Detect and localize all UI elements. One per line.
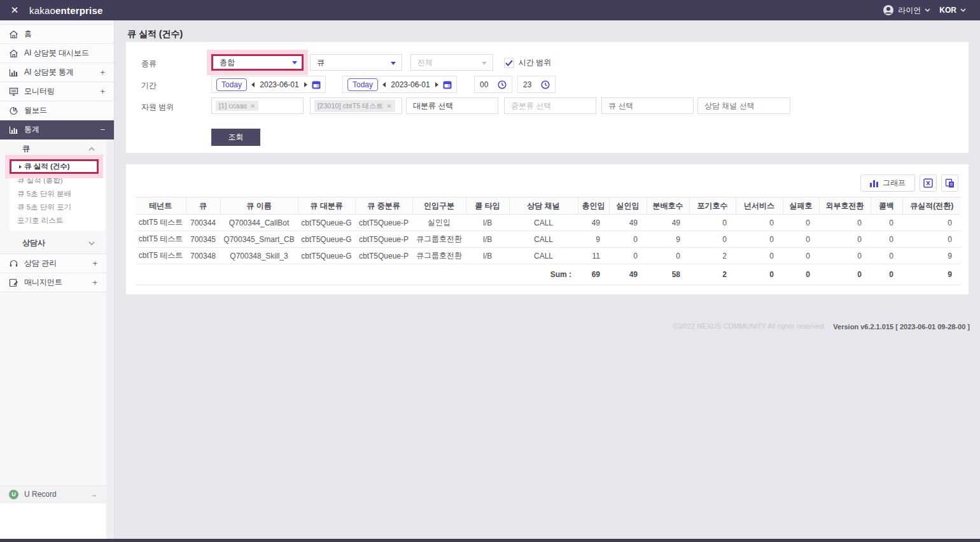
sidebar-group-agent[interactable]: 상담사 [0,234,106,252]
tenant-field[interactable]: [1] ccaas✕ [211,97,304,114]
sidebar-item-label: 매니지먼트 [24,277,62,288]
sidebar-item-counsel-mgmt[interactable]: 상담 관리 + [0,254,106,273]
cell: cbtT5Queue-G [298,215,355,231]
center-field[interactable]: [23010] cbtT5 테스트✕ [310,97,402,114]
submenu-item-queue-5s-dist[interactable]: 큐 5초 단위 분배 [10,187,105,201]
user-avatar-icon [883,4,894,16]
copy-icon [945,178,955,188]
expand-plus-icon[interactable]: + [100,68,105,77]
scope-select-value: 전체 [417,57,433,68]
cell: 49 [578,215,609,231]
copy-button[interactable] [941,175,958,192]
table-row[interactable]: cbtT5 테스트700345Q700345_Smart_CBcbtT5Queu… [136,231,961,248]
time-range-checkbox[interactable]: 시간 범위 [504,57,551,68]
today-button[interactable]: Today [347,78,378,91]
monitor-icon [9,87,24,96]
sidebar-item-stats[interactable]: 통계 − [0,120,114,139]
sum-cell: 0 [783,264,819,285]
language-menu[interactable]: KOR [939,6,966,15]
col-header: 콜 타입 [466,197,509,215]
prev-day-icon[interactable] [382,82,386,87]
type-select[interactable]: 총합 [211,54,304,71]
expand-plus-icon[interactable]: + [100,87,105,96]
table-row[interactable]: cbtT5 테스트700344Q700344_CallBotcbtT5Queue… [136,215,961,231]
cell: 0 [609,248,647,264]
submenu-item-queue-5s-abandon[interactable]: 큐 5초 단위 포기 [10,201,105,214]
remove-chip-icon[interactable]: ✕ [250,103,255,110]
search-button[interactable]: 조회 [211,129,260,146]
cell: cbtT5Queue-P [355,215,412,231]
cell: 700345 [186,231,220,248]
remove-chip-icon[interactable]: ✕ [386,103,391,110]
table-panel: 그래프 테넌트 큐 큐 이름 큐 대분류 큐 중분류 인입구분 [126,164,969,294]
cell: 49 [647,215,689,231]
col-header: 테넌트 [136,197,186,215]
category-select-field[interactable]: 대분류 선택 [406,97,498,114]
start-date-value[interactable]: 2023-06-01 [259,80,300,89]
col-header: 큐 이름 [220,197,298,215]
cell: 0 [871,231,902,248]
calendar-icon[interactable] [312,80,321,89]
sidebar-bottom-space [0,503,106,539]
queue-select-field[interactable]: 큐 선택 [601,97,694,114]
sidebar-item-u-record[interactable]: U U Record → [0,485,106,503]
checkbox-checked-icon [504,58,514,68]
app-logo[interactable]: kakaoenterprise [29,5,103,16]
sidebar-item-ai-stats[interactable]: AI 상담봇 통계 + [0,63,114,82]
cell: 0 [689,215,736,231]
cell: 0 [902,215,961,231]
cell: 0 [647,248,689,264]
cell: 2 [689,248,736,264]
submenu-item-abandon-list[interactable]: 포기호 리스트 [10,214,105,227]
today-button[interactable]: Today [216,78,247,91]
channel-select-field[interactable]: 상담 채널 선택 [697,97,790,114]
cell: 0 [736,215,783,231]
sum-cell: 0 [819,264,871,285]
bar-graph-icon [870,180,878,187]
table-row[interactable]: cbtT5 테스트700348Q700348_Skill_3cbtT5Queue… [136,248,961,264]
sidebar-item-ai-dashboard[interactable]: AI 상담봇 대시보드 [0,44,114,63]
expand-plus-icon[interactable]: + [92,278,97,287]
cell: Q700344_CallBot [220,215,298,231]
cell: cbtT5Queue-G [298,248,355,264]
next-day-icon[interactable] [435,82,438,87]
expand-plus-icon[interactable]: + [92,259,97,268]
sidebar-item-management[interactable]: 매니지먼트 + [0,273,106,292]
excel-export-button[interactable] [920,175,937,192]
sidebar-item-home[interactable]: 홈 [0,25,114,44]
target-select[interactable]: 큐 [310,54,402,71]
cell: 0 [819,248,871,264]
end-date-value[interactable]: 2023-06-01 [390,80,431,89]
prev-day-icon[interactable] [251,82,255,87]
subcategory-select-field: 중분류 선택 [504,97,596,114]
end-date-picker: Today 2023-06-01 [342,76,457,93]
end-hour-field[interactable]: 23 [517,76,556,93]
sidebar-group-queue[interactable]: 큐 [0,140,106,157]
user-menu[interactable]: 라이언 [883,4,930,16]
cell: 700348 [186,248,220,264]
chevron-down-icon [925,8,930,12]
sidebar-scrollbar[interactable] [106,139,114,539]
scope-select: 전체 [410,54,493,71]
col-header: 외부호전환 [819,197,871,215]
center-chip: [23010] cbtT5 테스트✕ [314,100,395,112]
sidebar-item-monitoring[interactable]: 모니터링 + [0,82,114,101]
graph-button-label: 그래프 [883,178,906,189]
sum-cell: 0 [736,264,783,285]
submenu-item-queue-results-total[interactable]: 큐 실적 (총합) [10,174,105,187]
close-icon[interactable]: ✕ [0,4,29,16]
filter-panel: 종류 총합 큐 전체 시간 범위 기간 Today 2023-06-01 Tod… [126,42,969,153]
next-day-icon[interactable] [304,82,307,87]
user-name: 라이언 [898,5,921,16]
start-hour-field[interactable]: 00 [474,76,512,93]
sidebar-item-wallboard[interactable]: 월보드 [0,101,114,120]
calendar-icon[interactable] [443,80,452,89]
col-header: 인입구분 [412,197,466,215]
submenu-item-queue-results-count[interactable]: 큐 실적 (건수) [10,159,99,174]
graph-button[interactable]: 그래프 [860,175,915,192]
collapse-minus-icon[interactable]: − [100,125,105,134]
cell: 0 [783,248,819,264]
group-label: 큐 [22,143,30,154]
sum-cell: 58 [647,264,689,285]
col-header: 실패호 [783,197,819,215]
